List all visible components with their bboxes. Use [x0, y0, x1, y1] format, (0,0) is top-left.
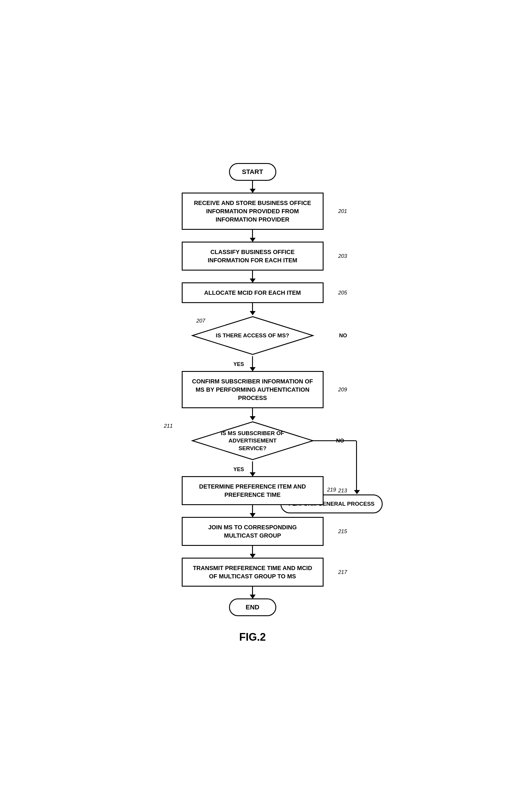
step-209-rect: CONFIRM SUBSCRIBER INFORMATION OF MS BY … — [182, 371, 324, 408]
step-203-rect: CLASSIFY BUSINESS OFFICE INFORMATION FOR… — [182, 242, 324, 270]
step-207-label: IS THERE ACCESS OF MS? — [214, 332, 291, 340]
step-215-node: JOIN MS TO CORRESPONDING MULTICAST GROUP… — [182, 517, 324, 546]
step-205-node: ALLOCATE MCID FOR EACH ITEM 205 — [182, 282, 324, 303]
yes-207-label: YES — [233, 361, 244, 368]
step-213-rect: DETERMINE PREFERENCE ITEM AND PREFERENCE… — [182, 476, 324, 505]
step-211-wrapper: IS MS SUBSCRIBER OF ADVERTISEMENT SERVIC… — [149, 420, 356, 461]
no-207-label: NO — [339, 332, 347, 339]
step-209-node: CONFIRM SUBSCRIBER INFORMATION OF MS BY … — [182, 371, 324, 408]
step-217-rect: TRANSMIT PREFERENCE TIME AND MCID OF MUL… — [182, 558, 324, 587]
step-207-wrapper: IS THERE ACCESS OF MS? 207 NO YES — [182, 315, 324, 356]
no-line-horiz — [312, 440, 356, 441]
start-node: START — [229, 163, 276, 181]
ref-213: 213 — [338, 487, 347, 493]
ref-209: 209 — [338, 386, 347, 393]
step-201-node: RECEIVE AND STORE BUSINESS OFFICE INFORM… — [182, 193, 324, 230]
arrow-1 — [252, 181, 253, 193]
end-capsule: END — [229, 598, 276, 616]
step-207-diamond-wrapper: IS THERE ACCESS OF MS? — [191, 315, 315, 356]
arrow-7 — [252, 461, 253, 476]
arrow-4 — [252, 303, 253, 315]
step-211-diamond: IS MS SUBSCRIBER OF ADVERTISEMENT SERVIC… — [191, 420, 315, 461]
step-205-rect: ALLOCATE MCID FOR EACH ITEM — [182, 282, 324, 303]
step-211-label: IS MS SUBSCRIBER OF ADVERTISEMENT SERVIC… — [214, 429, 291, 452]
ref-205: 205 — [338, 289, 347, 296]
arrow-6 — [252, 408, 253, 420]
arrow-3 — [252, 270, 253, 282]
arrow-9 — [252, 546, 253, 558]
ref-201: 201 — [338, 208, 347, 214]
no-arrow — [354, 490, 360, 494]
step-203-node: CLASSIFY BUSINESS OFFICE INFORMATION FOR… — [182, 242, 324, 270]
arrow-8 — [252, 505, 253, 517]
ref-203: 203 — [338, 253, 347, 259]
yes-211-label: YES — [233, 466, 244, 472]
arrow-2 — [252, 230, 253, 242]
arrow-5 — [252, 356, 253, 371]
flowchart: START RECEIVE AND STORE BUSINESS OFFICE … — [120, 145, 386, 667]
step-211-diamond-wrapper: IS MS SUBSCRIBER OF ADVERTISEMENT SERVIC… — [191, 420, 315, 461]
step-215-rect: JOIN MS TO CORRESPONDING MULTICAST GROUP — [182, 517, 324, 546]
step-217-node: TRANSMIT PREFERENCE TIME AND MCID OF MUL… — [182, 558, 324, 587]
step-207-diamond: IS THERE ACCESS OF MS? — [191, 315, 315, 356]
figure-label: FIG.2 — [239, 631, 266, 643]
arrow-10 — [252, 587, 253, 598]
step-213-node: DETERMINE PREFERENCE ITEM AND PREFERENCE… — [182, 476, 324, 505]
start-capsule: START — [229, 163, 276, 181]
ref-211: 211 — [164, 423, 173, 429]
ref-217: 217 — [338, 569, 347, 575]
ref-207: 207 — [196, 318, 205, 324]
ref-215: 215 — [338, 528, 347, 534]
ref-219: 219 — [327, 487, 336, 493]
end-node: END — [229, 598, 276, 616]
no-line-vert — [356, 441, 357, 491]
step-201-rect: RECEIVE AND STORE BUSINESS OFFICE INFORM… — [182, 193, 324, 230]
